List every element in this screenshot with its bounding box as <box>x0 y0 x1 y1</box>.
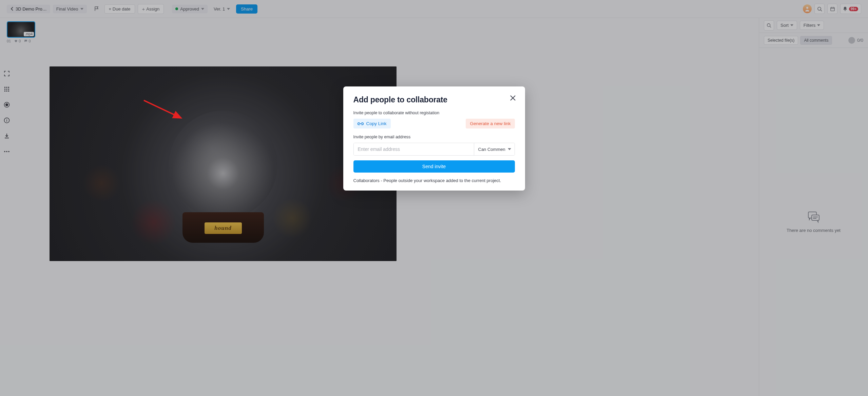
collaborators-note: Collaborators - People outside your work… <box>353 178 515 183</box>
invite-link-label: Invite people to collaborate without reg… <box>353 111 515 115</box>
close-icon <box>509 95 516 101</box>
link-row: Copy Link Generate a new link <box>353 119 515 128</box>
invite-email-label: Invite people by email address <box>353 135 515 139</box>
permission-select[interactable]: Can Comment <box>474 143 515 155</box>
modal-overlay[interactable]: Add people to collaborate Invite people … <box>0 0 868 396</box>
modal-title: Add people to collaborate <box>353 95 515 104</box>
email-row: Can Comment <box>353 143 515 156</box>
copy-link-button[interactable]: Copy Link <box>353 119 391 128</box>
link-icon <box>358 121 364 126</box>
email-input[interactable] <box>354 143 474 155</box>
send-invite-button[interactable]: Send invite <box>353 160 515 173</box>
generate-link-button[interactable]: Generate a new link <box>466 119 515 128</box>
copy-link-label: Copy Link <box>366 121 387 126</box>
close-button[interactable] <box>509 95 518 103</box>
add-people-modal: Add people to collaborate Invite people … <box>343 86 525 191</box>
